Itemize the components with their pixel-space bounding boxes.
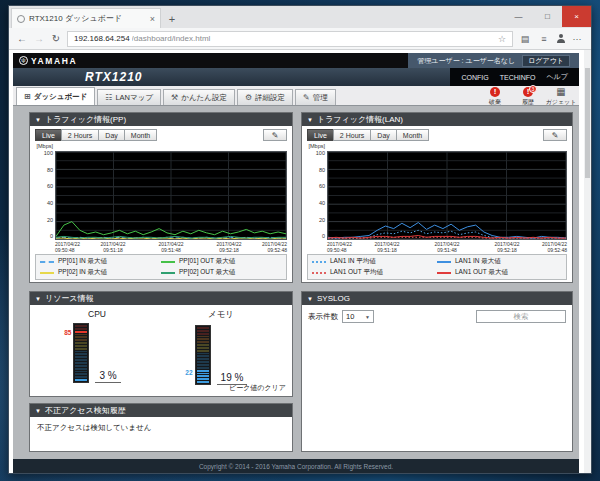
browser-viewport: ψ YAMAHA 管理ユーザー : ユーザー名なし ログアウト RTX1210 …	[9, 50, 591, 473]
favorite-star-icon[interactable]: ☆	[498, 34, 506, 44]
pp-legend: PP[01] IN 最大値 PP[01] OUT 最大値 PP[02] IN 最…	[35, 254, 287, 280]
lan-edit-button[interactable]: ✎	[543, 129, 567, 141]
desktop-background: RTX1210 ダッシュボード × + — □ × ← → ↻ 192.168.…	[0, 0, 600, 481]
page-footer: Copyright © 2014 - 2016 Yamaha Corporati…	[13, 459, 579, 473]
memory-peak-value: 22	[181, 369, 193, 376]
tab-dashboard[interactable]: ⊞ ダッシュボード	[16, 87, 95, 105]
page-scrollbar[interactable]	[584, 50, 591, 473]
browser-tab-bar: RTX1210 ダッシュボード × + — □ ×	[9, 6, 591, 28]
tab-lan-map[interactable]: ☷ LANマップ	[97, 89, 161, 105]
back-icon[interactable]: ←	[16, 33, 28, 44]
pp-range-live-button[interactable]: Live	[35, 129, 62, 141]
tab-title: RTX1210 ダッシュボード	[29, 13, 146, 24]
config-link[interactable]: CONFIG	[461, 74, 488, 81]
lan-y-axis: [Mbps] 100 80 60 40 20 0	[307, 143, 327, 240]
lan-chart-area: [Mbps] 100 80 60 40 20 0	[307, 143, 567, 240]
gear-icon: ⚙	[245, 93, 252, 102]
window-maximize-button[interactable]: □	[533, 6, 562, 27]
pp-range-buttons: Live 2 Hours Day Month ✎	[35, 129, 287, 141]
pp-range-month-button[interactable]: Month	[124, 129, 157, 141]
legend-swatch	[312, 272, 326, 274]
pp-y-axis: [Mbps] 100 80 60 40 20 0	[35, 143, 55, 240]
lan-map-icon: ☷	[105, 93, 112, 102]
memory-label: メモリ	[162, 309, 280, 321]
window-close-button[interactable]: ×	[562, 6, 591, 27]
panel-traffic-pp-header[interactable]: ▼ トラフィック情報(PP)	[30, 113, 292, 126]
legend-swatch	[437, 272, 451, 274]
collapse-icon[interactable]: ▼	[307, 296, 313, 302]
pencil-icon: ✎	[303, 93, 310, 102]
panel-resource-header[interactable]: ▼ リソース情報	[30, 292, 292, 305]
legend-item: PP[02] OUT 最大値	[161, 268, 282, 277]
legend-item: PP[02] IN 最大値	[40, 268, 161, 277]
pp-range-2hours-button[interactable]: 2 Hours	[61, 129, 100, 141]
pp-x-axis: 2017/04/22 09:50:48 2017/04/22 09:51:18 …	[55, 240, 287, 253]
collapse-icon[interactable]: ▼	[35, 408, 41, 414]
pp-traffic-chart	[55, 151, 287, 240]
panel-traffic-pp-title: トラフィック情報(PP)	[45, 114, 126, 125]
browser-window: RTX1210 ダッシュボード × + — □ × ← → ↻ 192.168.…	[8, 5, 592, 474]
discard-alert-icon: !	[490, 87, 500, 97]
url-path: /dashboard/index.html	[132, 34, 496, 43]
logout-button[interactable]: ログアウト	[522, 55, 570, 67]
legend-swatch	[40, 272, 54, 274]
more-options-icon[interactable]: ···	[570, 34, 584, 44]
person-icon[interactable]	[556, 34, 565, 43]
lan-x-axis: 2017/04/22 09:50:48 2017/04/22 09:51:18 …	[327, 240, 567, 253]
lan-range-live-button[interactable]: Live	[307, 129, 334, 141]
window-minimize-button[interactable]: —	[504, 6, 533, 27]
panel-intrusion-header[interactable]: ▼ 不正アクセス検知履歴	[30, 404, 292, 417]
collapse-icon[interactable]: ▼	[35, 296, 41, 302]
legend-item: PP[01] IN 最大値	[40, 257, 161, 266]
panel-traffic-lan: ▼ トラフィック情報(LAN) Live 2 Hours Day Month ✎	[301, 112, 573, 283]
panel-syslog-header[interactable]: ▼ SYSLOG	[302, 292, 572, 305]
copyright-text: Copyright © 2014 - 2016 Yamaha Corporati…	[199, 463, 393, 470]
panel-traffic-lan-header[interactable]: ▼ トラフィック情報(LAN)	[302, 113, 572, 126]
tab-close-icon[interactable]: ×	[150, 14, 155, 24]
cpu-gauge-group: CPU 85 3 %	[38, 309, 156, 383]
history-status[interactable]: ! 3 履歴	[515, 87, 541, 107]
lan-legend: LAN1 IN 平均値 LAN1 IN 最大値 LAN1 OUT 平均値	[307, 254, 567, 280]
tab-easy-setup[interactable]: ⚒ かんたん設定	[163, 89, 235, 105]
help-link[interactable]: ヘルプ	[547, 72, 569, 82]
syslog-search-input[interactable]	[476, 310, 566, 323]
discard-status[interactable]: ! 破棄	[482, 87, 508, 107]
refresh-icon[interactable]: ↻	[50, 33, 62, 44]
gadget-icon: ▦	[556, 87, 566, 97]
memory-gauge	[195, 325, 211, 385]
browser-tab[interactable]: RTX1210 ダッシュボード ×	[11, 8, 161, 28]
legend-item: PP[01] OUT 最大値	[161, 257, 282, 266]
pencil-icon: ✎	[272, 131, 279, 140]
reading-view-icon[interactable]: ▤	[518, 34, 532, 44]
lan-range-2hours-button[interactable]: 2 Hours	[333, 129, 372, 141]
tab-manage[interactable]: ✎ 管理	[295, 89, 336, 105]
collapse-icon[interactable]: ▼	[35, 117, 41, 123]
scrollbar-thumb[interactable]	[585, 68, 590, 178]
forward-icon[interactable]: →	[33, 33, 45, 44]
display-count-label: 表示件数	[308, 312, 338, 322]
pp-edit-button[interactable]: ✎	[263, 129, 287, 141]
clear-peak-link[interactable]: ピーク値のクリア	[229, 383, 286, 393]
panel-intrusion-history: ▼ 不正アクセス検知履歴 不正アクセスは検知していません	[29, 403, 293, 452]
lan-y-ticks: 100 80 60 40 20 0	[307, 151, 327, 240]
header-links: CONFIG TECHINFO ヘルプ	[450, 68, 579, 86]
gadget-status[interactable]: ▦ ガジェット	[548, 87, 574, 107]
pp-range-day-button[interactable]: Day	[98, 129, 124, 141]
lan-range-day-button[interactable]: Day	[370, 129, 396, 141]
hub-icon[interactable]: ≡	[537, 34, 551, 44]
site-header-bottom: RTX1210 CONFIG TECHINFO ヘルプ	[13, 68, 579, 86]
yamaha-logo-icon: ψ	[19, 56, 28, 65]
techinfo-link[interactable]: TECHINFO	[500, 74, 536, 81]
dashboard-icon: ⊞	[24, 92, 31, 101]
user-strip: 管理ユーザー : ユーザー名なし ログアウト	[408, 53, 579, 68]
url-input[interactable]: 192.168.64.254 /dashboard/index.html ☆	[67, 31, 513, 47]
pp-y-ticks: 100 80 60 40 20 0	[35, 151, 55, 240]
tab-advanced-setup[interactable]: ⚙ 詳細設定	[237, 89, 293, 105]
lan-range-month-button[interactable]: Month	[396, 129, 429, 141]
new-tab-button[interactable]: +	[161, 10, 183, 28]
legend-swatch	[161, 272, 175, 274]
tab-easy-setup-label: かんたん設定	[181, 93, 227, 103]
display-count-select[interactable]: 10 ▼	[342, 310, 374, 323]
collapse-icon[interactable]: ▼	[307, 117, 313, 123]
tab-favicon-icon	[17, 15, 25, 23]
